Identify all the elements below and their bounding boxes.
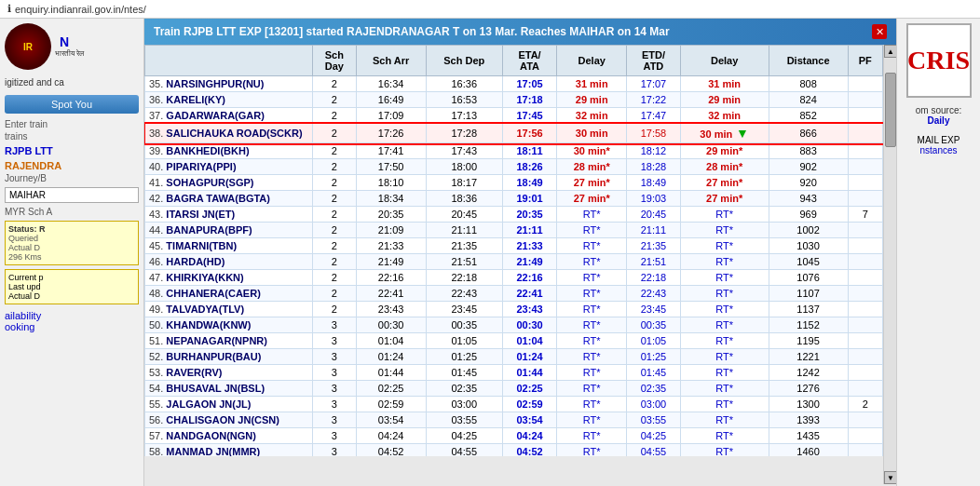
current-box: Current p Last upd Actual D: [5, 269, 139, 304]
enter-trains-label: Enter train: [5, 119, 139, 129]
data-cell: 17:58: [627, 124, 681, 143]
data-cell: 17:18: [502, 92, 556, 108]
status-title: Status: R: [8, 224, 135, 234]
delay1-cell: RT*: [557, 286, 627, 302]
delay1-cell: RT*: [557, 349, 627, 365]
data-cell: 3: [313, 412, 357, 428]
data-cell: 883: [769, 143, 848, 159]
data-cell: 17:26: [356, 124, 426, 143]
data-cell: 1152: [769, 317, 848, 333]
table-row: 39. BANKHEDI(BKH)217:4117:4318:1130 min*…: [145, 143, 883, 159]
data-cell: 21:49: [502, 254, 556, 270]
data-cell: 23:43: [502, 302, 556, 317]
station-cell: 52. BURHANPUR(BAU): [145, 349, 313, 365]
data-cell: 04:52: [502, 444, 556, 457]
delay2-cell: 27 min*: [680, 175, 769, 191]
data-cell: 16:36: [426, 76, 502, 92]
data-cell: 21:33: [502, 238, 556, 254]
data-cell: 1300: [769, 397, 848, 412]
data-cell: [848, 92, 882, 108]
table-row: 35. NARSINGHPUR(NU)216:3416:3617:0531 mi…: [145, 76, 883, 92]
data-cell: 18:11: [502, 143, 556, 159]
data-cell: 17:07: [627, 76, 681, 92]
station-cell: 35. NARSINGHPUR(NU): [145, 76, 313, 92]
col-delay1: Delay: [557, 46, 627, 76]
table-row: 49. TALVADYA(TLV)223:4323:4523:43RT*23:4…: [145, 302, 883, 317]
table-row: 52. BURHANPUR(BAU)301:2401:2501:24RT*01:…: [145, 349, 883, 365]
table-row: 50. KHANDWA(KNW)300:3000:3500:30RT*00:35…: [145, 317, 883, 333]
data-cell: [848, 159, 882, 175]
data-cell: [848, 381, 882, 397]
delay2-cell: 28 min*: [680, 159, 769, 175]
data-cell: 21:35: [426, 238, 502, 254]
availability-text: ailability: [5, 310, 41, 321]
scrollbar[interactable]: ▲ ▼: [883, 45, 896, 484]
data-cell: 1221: [769, 349, 848, 365]
delay1-cell: 29 min: [557, 92, 627, 108]
data-cell: 18:28: [627, 159, 681, 175]
table-row: 40. PIPARIYA(PPI)217:5018:0018:2628 min*…: [145, 159, 883, 175]
table-row: 56. CHALISGAON JN(CSN)303:5403:5503:54RT…: [145, 412, 883, 428]
availability-label[interactable]: ailability: [5, 310, 139, 321]
data-cell: 1435: [769, 428, 848, 444]
data-cell: 16:53: [426, 92, 502, 108]
data-cell: 04:55: [627, 444, 681, 457]
col-pf: PF: [848, 46, 882, 76]
delay1-cell: 30 min*: [557, 143, 627, 159]
data-cell: 3: [313, 349, 357, 365]
scroll-down-button[interactable]: ▼: [884, 471, 896, 484]
booking-label[interactable]: ooking: [5, 321, 139, 332]
data-cell: 1460: [769, 444, 848, 457]
data-cell: 20:35: [356, 207, 426, 223]
station-cell: 43. ITARSI JN(ET): [145, 207, 313, 223]
info-icon: ℹ: [7, 3, 11, 15]
data-cell: 03:55: [426, 412, 502, 428]
data-cell: 02:25: [356, 381, 426, 397]
data-cell: 2: [313, 92, 357, 108]
table-row: 53. RAVER(RV)301:4401:4501:44RT*01:45RT*…: [145, 365, 883, 381]
source-label: om source:: [916, 105, 961, 115]
station-cell: 54. BHUSAVAL JN(BSL): [145, 381, 313, 397]
data-cell: 04:25: [627, 428, 681, 444]
scroll-thumb[interactable]: [885, 73, 896, 147]
main-content: Train RJPB LTT EXP [13201] started RAJEN…: [144, 19, 896, 486]
green-arrow-icon: ▼: [732, 126, 749, 141]
delay1-cell: RT*: [557, 207, 627, 223]
data-cell: 18:00: [426, 159, 502, 175]
data-cell: [848, 428, 882, 444]
delay1-cell: RT*: [557, 302, 627, 317]
train-name[interactable]: RJPB LTT: [5, 145, 139, 156]
delay2-cell: RT*: [680, 412, 769, 428]
data-cell: 16:49: [356, 92, 426, 108]
col-sch-dep: Sch Dep: [426, 46, 502, 76]
data-cell: 21:11: [426, 223, 502, 238]
myr-sch: MYR Sch A: [5, 207, 139, 217]
data-cell: 04:24: [502, 428, 556, 444]
logo-subtext: भारतीय रेल: [55, 49, 84, 59]
station-cell: 47. KHIRKIYA(KKN): [145, 270, 313, 286]
data-cell: 3: [313, 333, 357, 349]
table-row: 48. CHHANERA(CAER)222:4122:4322:41RT*22:…: [145, 286, 883, 302]
data-cell: 22:18: [426, 270, 502, 286]
scroll-up-button[interactable]: ▲: [884, 45, 896, 58]
data-cell: 21:49: [356, 254, 426, 270]
data-cell: 17:22: [627, 92, 681, 108]
current-p-label: Current p: [8, 273, 135, 282]
data-cell: 22:43: [426, 286, 502, 302]
spot-button[interactable]: Spot You: [5, 95, 139, 114]
delay2-cell: RT*: [680, 333, 769, 349]
data-cell: 1045: [769, 254, 848, 270]
close-button[interactable]: ✕: [872, 24, 887, 39]
delay1-cell: RT*: [557, 444, 627, 457]
data-cell: [848, 175, 882, 191]
data-cell: 1030: [769, 238, 848, 254]
data-cell: 16:34: [356, 76, 426, 92]
instances-label: nstances: [919, 145, 957, 155]
data-cell: 20:45: [627, 207, 681, 223]
station-cell: 58. MANMAD JN(MMR): [145, 444, 313, 457]
data-cell: 02:35: [426, 381, 502, 397]
indian-railways-logo: IR: [5, 23, 51, 70]
data-cell: 866: [769, 124, 848, 143]
destination-input[interactable]: [5, 187, 139, 203]
station-cell: 49. TALVADYA(TLV): [145, 302, 313, 317]
